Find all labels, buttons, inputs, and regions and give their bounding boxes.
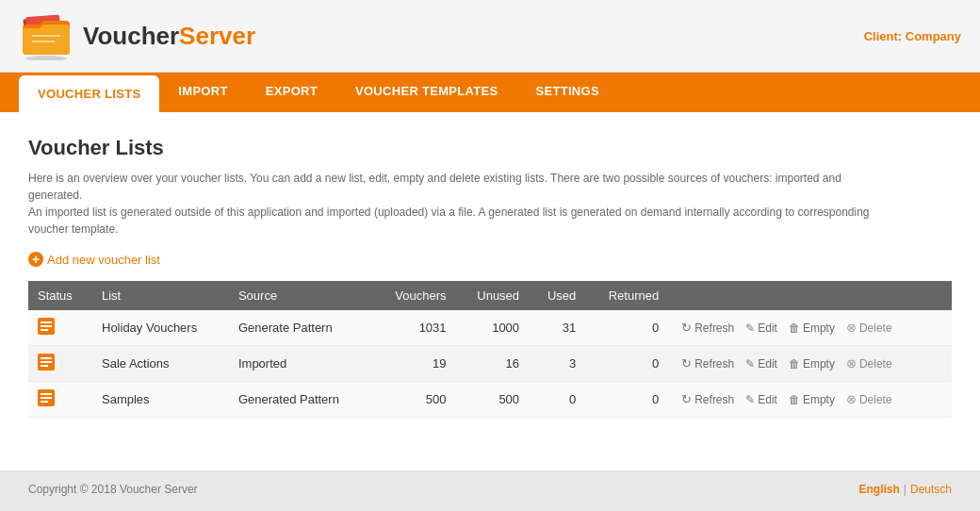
table-row: Holiday Vouchers Generate Pattern 1031 1… bbox=[28, 310, 952, 346]
list-status-icon bbox=[38, 318, 55, 335]
edit-button[interactable]: ✎ Edit bbox=[742, 355, 781, 372]
lang-english-link[interactable]: English bbox=[859, 483, 900, 496]
delete-button[interactable]: ⊗ Delete bbox=[842, 319, 896, 337]
empty-button[interactable]: 🗑 Empty bbox=[785, 391, 839, 408]
cell-source: Generated Pattern bbox=[229, 382, 372, 418]
main-content: Voucher Lists Here is an overview over y… bbox=[0, 112, 980, 470]
cell-unused: 500 bbox=[456, 382, 530, 418]
svg-rect-7 bbox=[41, 325, 52, 327]
col-returned: Returned bbox=[585, 281, 668, 310]
nav-item-voucher-lists[interactable]: VOUCHER LISTS bbox=[19, 75, 159, 112]
svg-rect-16 bbox=[41, 401, 48, 403]
refresh-button[interactable]: ↻ Refresh bbox=[678, 354, 738, 372]
cell-vouchers: 19 bbox=[372, 346, 456, 382]
cell-returned: 0 bbox=[585, 310, 668, 346]
nav-bar: VOUCHER LISTS IMPORT EXPORT VOUCHER TEMP… bbox=[0, 73, 980, 112]
table-row: Samples Generated Pattern 500 500 0 0 ↻ … bbox=[28, 382, 952, 418]
table-row: Sale Actions Imported 19 16 3 0 ↻ Refres… bbox=[28, 346, 952, 382]
svg-rect-14 bbox=[41, 393, 52, 395]
col-used: Used bbox=[529, 281, 585, 310]
svg-rect-10 bbox=[41, 357, 52, 359]
col-status: Status bbox=[28, 281, 92, 310]
copyright-text: Copyright © 2018 Voucher Server bbox=[28, 483, 198, 496]
minus-circle-icon: ⊗ bbox=[846, 321, 857, 335]
cell-source: Generate Pattern bbox=[229, 310, 372, 346]
cell-list-name: Sale Actions bbox=[92, 346, 229, 382]
cell-returned: 0 bbox=[585, 346, 668, 382]
svg-rect-6 bbox=[41, 321, 52, 323]
edit-button[interactable]: ✎ Edit bbox=[742, 391, 781, 408]
footer-separator: | bbox=[904, 483, 906, 496]
cell-used: 0 bbox=[529, 382, 585, 418]
edit-icon: ✎ bbox=[745, 393, 755, 406]
cell-returned: 0 bbox=[585, 382, 668, 418]
header: VoucherServer Client: Company bbox=[0, 0, 980, 73]
logo-area: VoucherServer bbox=[19, 11, 255, 60]
cell-actions: ↻ Refresh ✎ Edit 🗑 Empty ⊗ Delete bbox=[668, 382, 952, 418]
edit-button[interactable]: ✎ Edit bbox=[742, 320, 781, 337]
client-info: Client: Company bbox=[864, 29, 961, 43]
svg-rect-11 bbox=[41, 361, 52, 363]
lang-deutsch-link[interactable]: Deutsch bbox=[910, 483, 952, 496]
refresh-button[interactable]: ↻ Refresh bbox=[678, 319, 738, 337]
refresh-icon: ↻ bbox=[681, 321, 692, 335]
nav-item-export[interactable]: EXPORT bbox=[247, 73, 336, 112]
cell-actions: ↻ Refresh ✎ Edit 🗑 Empty ⊗ Delete bbox=[668, 346, 952, 382]
svg-rect-15 bbox=[41, 397, 52, 399]
svg-point-4 bbox=[25, 56, 67, 60]
add-icon: + bbox=[28, 252, 43, 267]
col-actions bbox=[668, 281, 952, 310]
cell-vouchers: 500 bbox=[372, 382, 456, 418]
cell-unused: 16 bbox=[456, 346, 530, 382]
col-unused: Unused bbox=[456, 281, 530, 310]
cell-status bbox=[28, 346, 92, 382]
client-name: Company bbox=[906, 29, 961, 43]
minus-circle-icon: ⊗ bbox=[846, 392, 857, 406]
trash-icon: 🗑 bbox=[789, 393, 800, 406]
nav-item-import[interactable]: IMPORT bbox=[159, 73, 246, 112]
cell-status bbox=[28, 310, 92, 346]
empty-button[interactable]: 🗑 Empty bbox=[785, 320, 839, 337]
cell-actions: ↻ Refresh ✎ Edit 🗑 Empty ⊗ Delete bbox=[668, 310, 952, 346]
footer-links: English | Deutsch bbox=[859, 483, 953, 496]
nav-item-voucher-templates[interactable]: VOUCHER TEMPLATES bbox=[336, 73, 516, 112]
voucher-table: Status List Source Vouchers Unused Used … bbox=[28, 281, 952, 418]
cell-used: 31 bbox=[529, 310, 585, 346]
table-header-row: Status List Source Vouchers Unused Used … bbox=[28, 281, 952, 310]
delete-button[interactable]: ⊗ Delete bbox=[842, 390, 896, 408]
col-source: Source bbox=[229, 281, 372, 310]
list-status-icon bbox=[38, 354, 55, 371]
footer: Copyright © 2018 Voucher Server English … bbox=[0, 470, 980, 507]
edit-icon: ✎ bbox=[745, 357, 755, 371]
cell-source: Imported bbox=[229, 346, 372, 382]
refresh-button[interactable]: ↻ Refresh bbox=[678, 390, 738, 408]
minus-circle-icon: ⊗ bbox=[846, 356, 857, 371]
nav-item-settings[interactable]: SETTINGS bbox=[516, 73, 617, 112]
col-list: List bbox=[92, 281, 229, 310]
cell-status bbox=[28, 382, 92, 418]
svg-rect-8 bbox=[41, 329, 48, 331]
cell-list-name: Samples bbox=[92, 382, 229, 418]
empty-button[interactable]: 🗑 Empty bbox=[785, 355, 839, 372]
list-status-icon bbox=[38, 389, 55, 406]
edit-icon: ✎ bbox=[745, 321, 755, 335]
logo-text: VoucherServer bbox=[83, 22, 255, 51]
add-voucher-list-link[interactable]: + Add new voucher list bbox=[28, 252, 160, 267]
logo-icon bbox=[19, 11, 74, 60]
col-vouchers: Vouchers bbox=[372, 281, 456, 310]
cell-vouchers: 1031 bbox=[372, 310, 456, 346]
page-title: Voucher Lists bbox=[28, 136, 952, 160]
page-description: Here is an overview over your voucher li… bbox=[28, 170, 876, 238]
trash-icon: 🗑 bbox=[789, 357, 800, 371]
trash-icon: 🗑 bbox=[789, 321, 800, 335]
refresh-icon: ↻ bbox=[681, 392, 692, 406]
delete-button[interactable]: ⊗ Delete bbox=[842, 354, 896, 372]
cell-unused: 1000 bbox=[456, 310, 530, 346]
refresh-icon: ↻ bbox=[681, 356, 692, 371]
cell-used: 3 bbox=[529, 346, 585, 382]
cell-list-name: Holiday Vouchers bbox=[92, 310, 229, 346]
svg-rect-12 bbox=[41, 365, 48, 367]
